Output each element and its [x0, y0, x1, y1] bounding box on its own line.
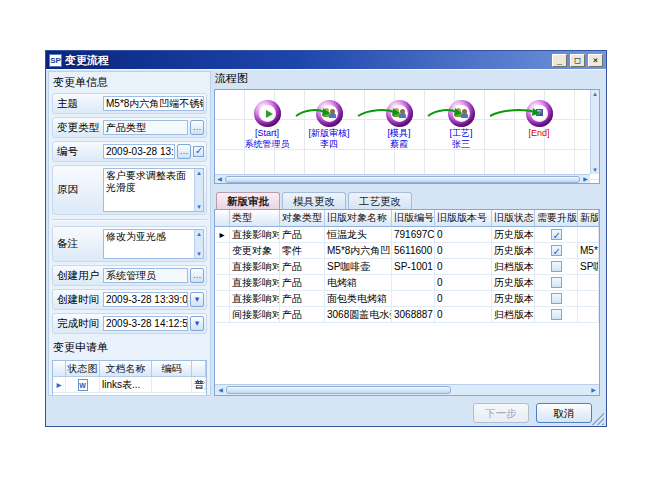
flow-chart-canvas[interactable]: [Start] 系统管理员 [新版审核] 李四 [模具] 蔡霞 [工艺] 张三 [214, 89, 600, 184]
doc-name-cell: links表... [100, 377, 152, 393]
row-indicator-icon [215, 275, 230, 291]
header-obj-type[interactable]: 对象类型 [280, 210, 325, 227]
old-ver-cell: 0 [435, 307, 492, 323]
maximize-button[interactable]: □ [570, 54, 585, 67]
change-type-browse-button[interactable]: … [190, 120, 204, 135]
flow-arrow-icon [489, 106, 541, 120]
old-ver-cell: 0 [435, 291, 492, 307]
remark-scrollbar[interactable]: ▲ ▼ [194, 230, 203, 258]
scroll-left-icon[interactable]: ◀ [215, 175, 224, 183]
scroll-up-icon[interactable]: ▲ [195, 230, 204, 238]
window-title: 变更流程 [65, 53, 549, 68]
table-row[interactable]: 间接影响对象 产品 3068圆盖电水壶 3068887 0 归档版本 [215, 307, 599, 323]
creator-input[interactable]: 系统管理员 [103, 268, 188, 283]
table-header-row: 类型 对象类型 旧版对象名称 旧版编号 旧版版本号 旧版状态 需要升版 新版 [215, 210, 599, 227]
resize-grip[interactable] [592, 413, 604, 425]
table-row[interactable]: ▸ 直接影响对象 产品 恒温龙头 791697C 0 历史版本 [215, 227, 599, 243]
header-doc-name[interactable]: 文档名称 [100, 361, 152, 377]
change-type-input[interactable]: 产品类型 [103, 120, 188, 135]
header-code[interactable]: 编码 [152, 361, 192, 377]
title-bar[interactable]: SP 变更流程 _ □ × [46, 51, 606, 69]
finish-time-row: 完成时间 2009-3-28 14:12:50 ▾ [52, 313, 207, 334]
old-ver-cell: 0 [435, 227, 492, 243]
table-row[interactable]: 变更对象 零件 M5*8内六角凹... 5611600 0 历史版本 M5*8 [215, 243, 599, 259]
header-old-name[interactable]: 旧版对象名称 [325, 210, 392, 227]
reason-label: 原因 [55, 183, 101, 197]
tab-mold-change[interactable]: 模具更改 [282, 192, 346, 209]
table-row[interactable]: ▸ W links表... 普通 [53, 377, 206, 393]
upgrade-checkbox[interactable] [551, 277, 562, 288]
word-doc-icon: W [78, 379, 88, 391]
create-time-dropdown-icon[interactable]: ▾ [190, 292, 204, 307]
scrollbar-thumb[interactable] [225, 176, 580, 183]
grid-hscrollbar[interactable]: ◀ ▶ [215, 384, 599, 395]
minimize-button[interactable]: _ [552, 54, 567, 67]
new-name-cell [578, 307, 599, 323]
scroll-right-icon[interactable]: ▶ [581, 175, 590, 183]
old-name-cell: 3068圆盖电水壶 [325, 307, 392, 323]
row-indicator-icon [215, 307, 230, 323]
table-row[interactable]: 直接影响对象 产品 SP咖啡壶 SP-1001 0 归档版本 SP咖 [215, 259, 599, 275]
number-browse-button[interactable]: … [177, 144, 191, 159]
next-button[interactable]: 下一步 [473, 403, 529, 423]
change-type-label: 变更类型 [55, 121, 101, 135]
scrollbar-thumb[interactable] [226, 386, 451, 394]
table-row[interactable]: 直接影响对象 产品 面包类电烤箱 0 历史版本 [215, 291, 599, 307]
header-old-ver[interactable]: 旧版版本号 [435, 210, 492, 227]
header-old-no[interactable]: 旧版编号 [392, 210, 435, 227]
scroll-up-icon[interactable]: ▲ [591, 90, 600, 98]
table-row[interactable]: 直接影响对象 产品 电烤箱 0 历史版本 [215, 275, 599, 291]
close-button[interactable]: × [588, 54, 603, 67]
remark-textarea[interactable]: 修改为亚光感 ▲ ▼ [103, 229, 204, 259]
scroll-down-icon[interactable]: ▼ [195, 203, 204, 211]
old-ver-cell: 0 [435, 259, 492, 275]
reason-textarea[interactable]: 客户要求调整表面光滑度 ▲ ▼ [103, 168, 204, 212]
scroll-up-icon[interactable]: ▲ [195, 169, 204, 177]
old-name-cell: 面包类电烤箱 [325, 291, 392, 307]
old-ver-cell: 0 [435, 275, 492, 291]
old-no-cell [392, 291, 435, 307]
creator-browse-button[interactable]: … [190, 268, 204, 283]
cancel-button[interactable]: 取消 [536, 403, 592, 423]
type-cell: 直接影响对象 [230, 259, 280, 275]
tab-process-change[interactable]: 工艺更改 [348, 192, 412, 209]
header-type[interactable]: 类型 [230, 210, 280, 227]
reason-scrollbar[interactable]: ▲ ▼ [194, 169, 203, 211]
change-type-row: 变更类型 产品类型 … [52, 117, 207, 138]
flow-hscrollbar[interactable]: ◀ ▶ [215, 174, 590, 183]
flow-arrow-icon [427, 106, 463, 120]
start-node-icon [254, 100, 281, 127]
number-input[interactable]: 2009-03-28 13:39:01 [103, 144, 175, 159]
upgrade-checkbox[interactable] [551, 229, 562, 240]
header-old-status[interactable]: 旧版状态 [492, 210, 535, 227]
upgrade-checkbox[interactable] [551, 261, 562, 272]
number-checkbox[interactable] [193, 146, 204, 157]
scroll-right-icon[interactable]: ▶ [588, 385, 599, 395]
finish-time-label: 完成时间 [55, 317, 101, 331]
node-user: 张三 [425, 139, 497, 149]
scroll-down-icon[interactable]: ▼ [591, 166, 600, 174]
scroll-down-icon[interactable]: ▼ [195, 250, 204, 258]
tab-new-version-approval[interactable]: 新版审批 [216, 192, 280, 209]
dialog-footer: 下一步 取消 [46, 401, 604, 425]
header-new[interactable]: 新版 [578, 210, 599, 227]
old-status-cell: 历史版本 [492, 227, 535, 243]
flow-vscrollbar[interactable]: ▲ ▼ [590, 90, 599, 174]
change-process-dialog: SP 变更流程 _ □ × 变更单信息 主题 M5*8内六角凹端不锈钢紧固螺钉 … [45, 50, 607, 427]
old-status-cell: 历史版本 [492, 291, 535, 307]
header-status-icon[interactable]: 状态图 [66, 361, 100, 377]
header-upgrade[interactable]: 需要升版 [535, 210, 578, 227]
old-name-cell: M5*8内六角凹... [325, 243, 392, 259]
finish-time-dropdown-icon[interactable]: ▾ [190, 316, 204, 331]
finish-time-input[interactable]: 2009-3-28 14:12:50 [103, 316, 188, 331]
panel-header-flow-chart: 流程图 [214, 70, 600, 89]
scroll-left-icon[interactable]: ◀ [215, 385, 226, 395]
upgrade-checkbox[interactable] [551, 245, 562, 256]
upgrade-cell [535, 307, 578, 323]
upgrade-checkbox[interactable] [551, 293, 562, 304]
upgrade-checkbox[interactable] [551, 309, 562, 320]
flow-arrow-icon [295, 106, 331, 120]
subject-input[interactable]: M5*8内六角凹端不锈钢紧固螺钉 [103, 96, 204, 111]
type-cell: 直接影响对象 [230, 275, 280, 291]
create-time-input[interactable]: 2009-3-28 13:39:01 [103, 292, 188, 307]
